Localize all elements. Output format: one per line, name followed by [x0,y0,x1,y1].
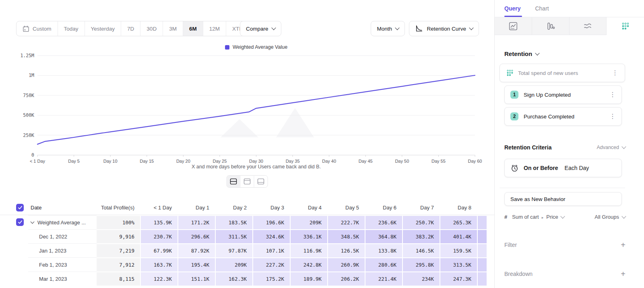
query-builder: Retention Total spend of new users 1Sign… [495,50,644,278]
range-label: 7D [127,26,134,32]
retention-value-cell: 280.6K [365,257,402,271]
toggle-split-view[interactable] [227,176,240,187]
range-3m[interactable]: 3M [163,21,183,36]
chevron-down-icon[interactable] [31,220,35,224]
behavior-card[interactable]: Total spend of new users [500,64,625,82]
row-label[interactable]: Weighted Average ... [28,215,97,229]
range-12m[interactable]: 12M [203,21,226,36]
retention-curve-line [37,75,475,144]
column-header-day-4[interactable]: Day 4 [290,200,327,215]
compare-button[interactable]: Compare [240,21,281,36]
column-header-day-5[interactable]: Day 5 [327,200,365,215]
report-tab-retention[interactable] [607,17,644,35]
row-label[interactable]: Feb 1, 2023 [28,257,97,271]
column-header-day-3[interactable]: Day 3 [252,200,290,215]
number-property-icon: # [504,214,507,220]
toolbar: CustomTodayYesterday7D30D3M6M12MXTD Comp… [0,21,494,36]
retention-value-cell: 313.5K [440,257,477,271]
toggle-table-view[interactable] [254,176,268,187]
retention-value-cell: 247.3K [440,271,477,286]
column-header-day-7[interactable]: Day 7 [402,200,440,215]
column-header-day-6[interactable]: Day 6 [365,200,402,215]
retention-value-cell: 242.8K [290,257,327,271]
range-30d[interactable]: 30D [140,21,163,36]
filter-label: Filter [504,242,517,248]
save-as-new-behavior-button[interactable]: Save as New Behavior [504,192,622,206]
retention-value-cell-cut [477,229,487,243]
kebab-menu-icon[interactable] [612,70,618,76]
x-axis-label: Day 35 [286,159,300,164]
column-header-day-1[interactable]: Day 1 [178,200,215,215]
chart-legend[interactable]: Weighted Average Value [37,44,475,50]
plus-icon[interactable] [621,241,625,249]
x-axis-label: Day 20 [176,159,190,164]
row-label-text: Jan 1, 2023 [39,248,66,254]
chart-type-button[interactable]: Retention Curve [409,21,479,36]
retention-value-cell: 133.8K [365,243,402,257]
granularity-button[interactable]: Month [371,21,405,36]
retention-value-cell: 209K [290,215,327,229]
report-tab-funnels[interactable] [532,17,570,35]
report-tab-flows[interactable] [570,17,607,35]
x-axis-label: Day 50 [395,159,409,164]
range-custom[interactable]: Custom [17,21,58,36]
range-today[interactable]: Today [58,21,85,36]
retention-value-cell-cut [477,215,487,229]
y-axis-label: 500K [23,112,34,118]
total-profiles-cell: 9,916 [97,229,140,243]
column-header-day-2[interactable]: Day 2 [215,200,252,215]
row-label[interactable]: Dec 1, 2022 [28,229,97,243]
criteria-card[interactable]: On or Before Each Day [504,159,622,177]
row-label[interactable]: Mar 1, 2023 [28,271,97,286]
y-axis-label: 750K [23,93,34,98]
toggle-chart-view[interactable] [240,176,254,187]
row-label-text: Feb 1, 2023 [39,262,67,268]
y-axis-label: 0 [31,152,34,158]
tab-chart[interactable]: Chart [535,0,549,17]
column-header-total[interactable]: Total Profile(s) [97,200,140,215]
range-7d[interactable]: 7D [121,21,140,36]
criteria-window: Each Day [565,165,589,171]
insights-icon [509,22,518,31]
retention-value-cell: 122.3K [140,271,178,286]
calendar-icon [23,25,29,32]
row-label[interactable]: Jan 1, 2023 [28,243,97,257]
retention-value-cell: 126.5K [327,243,365,257]
x-axis-label: Day 40 [322,159,336,164]
column-header-day-8[interactable]: Day 8 [440,200,477,215]
retention-value-cell-cut [477,257,487,271]
header-checkbox[interactable] [16,204,24,211]
kebab-menu-icon[interactable] [609,91,616,98]
retention-value-cell-cut [477,271,487,286]
clock-icon [510,164,519,172]
retention-table: DateTotal Profile(s)< 1 DayDay 1Day 2Day… [0,200,494,286]
table-row: Dec 1, 20229,916230.7K296.6K311.5K324.6K… [0,229,494,243]
retention-value-cell: 183.5K [215,215,252,229]
groups-dropdown[interactable]: All Groups [594,214,625,220]
advanced-label: Advanced [597,145,619,150]
main-panel: CustomTodayYesterday7D30D3M6M12MXTD Comp… [0,0,494,288]
groups-label: All Groups [594,214,619,220]
behavior-step[interactable]: 2Purchase Completed [504,107,622,126]
advanced-dropdown[interactable]: Advanced [597,145,625,150]
total-profiles-cell: 7,912 [97,257,140,271]
column-header-date[interactable]: Date [28,200,97,215]
column-header-day-0[interactable]: < 1 Day [140,200,178,215]
kebab-menu-icon[interactable] [609,113,616,120]
row-checkbox-cell [16,257,28,271]
range-6m[interactable]: 6M [183,21,203,36]
range-yesterday[interactable]: Yesterday [85,21,121,36]
report-tab-insights[interactable] [495,17,532,35]
behavior-step[interactable]: 1Sign Up Completed [504,85,622,104]
funnels-icon [546,22,555,31]
measure-property-dropdown[interactable]: Sum of cart Price [512,214,590,220]
retention-value-cell: 324.6K [252,229,290,243]
sidebar-tabs: Query Chart [495,0,644,17]
tab-query[interactable]: Query [504,0,520,17]
plus-icon[interactable] [621,270,625,278]
retention-section-header[interactable]: Retention [504,50,625,57]
retention-criteria-label: Retention Criteria [504,144,551,151]
x-axis-label: Day 10 [103,159,118,164]
row-checkbox[interactable] [16,218,24,226]
granularity-label: Month [377,26,392,32]
